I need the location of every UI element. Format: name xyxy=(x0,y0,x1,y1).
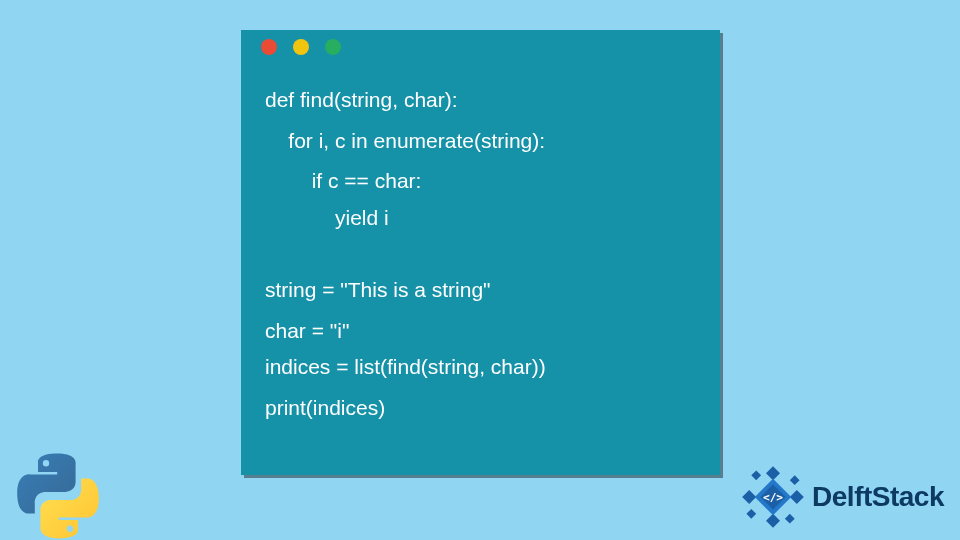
svg-marker-5 xyxy=(751,470,761,480)
code-window: def find(string, char): for i, c in enum… xyxy=(241,30,720,475)
svg-marker-2 xyxy=(742,490,756,504)
maximize-icon xyxy=(325,39,341,55)
code-line: yield i xyxy=(265,202,696,235)
brand-name: DelftStack xyxy=(812,481,944,513)
code-line: string = "This is a string" xyxy=(265,274,696,307)
minimize-icon xyxy=(293,39,309,55)
python-logo-icon xyxy=(14,452,102,540)
svg-marker-7 xyxy=(746,509,756,519)
code-line: char = "i" xyxy=(265,315,696,348)
code-line: for i, c in enumerate(string): xyxy=(265,125,696,158)
svg-marker-1 xyxy=(766,514,780,528)
svg-marker-3 xyxy=(790,490,804,504)
code-line: def find(string, char): xyxy=(265,84,696,117)
code-line: if c == char: xyxy=(265,165,696,198)
delftstack-badge-icon: </> xyxy=(738,462,808,532)
svg-marker-6 xyxy=(785,514,795,524)
code-line: indices = list(find(string, char)) xyxy=(265,351,696,384)
window-titlebar xyxy=(241,30,720,64)
svg-marker-0 xyxy=(766,466,780,480)
close-icon xyxy=(261,39,277,55)
blank-line xyxy=(265,242,696,274)
code-body: def find(string, char): for i, c in enum… xyxy=(241,64,720,424)
svg-text:</>: </> xyxy=(763,491,783,504)
code-line: print(indices) xyxy=(265,392,696,425)
svg-marker-4 xyxy=(790,475,800,485)
delftstack-logo: </> DelftStack xyxy=(738,462,944,532)
